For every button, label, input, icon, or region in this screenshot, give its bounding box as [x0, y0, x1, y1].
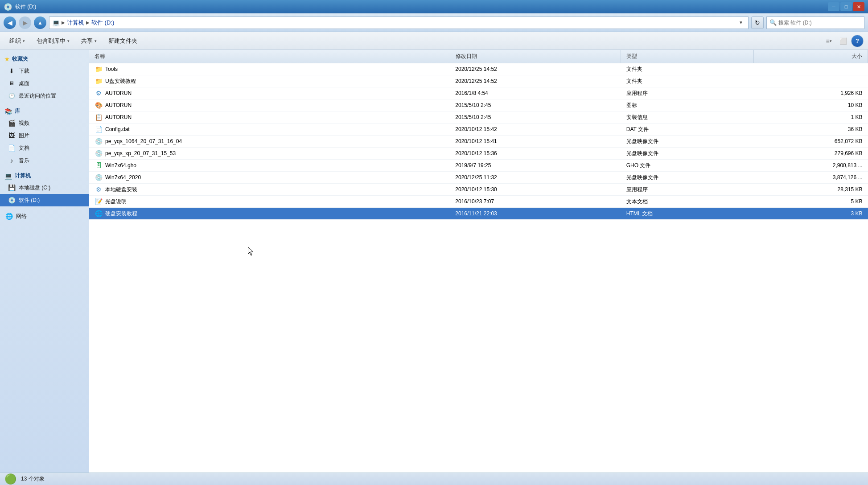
sidebar-item-pictures[interactable]: 🖼 图片 — [0, 129, 89, 142]
favorites-star-icon: ★ — [4, 56, 9, 62]
table-row[interactable]: 💿 Win7x64_2020 2020/12/25 11:32 光盘映像文件 3… — [89, 172, 868, 184]
table-row[interactable]: 📁 U盘安装教程 2020/12/25 14:52 文件夹 — [89, 75, 868, 87]
sidebar-item-local-c[interactable]: 💾 本地磁盘 (C:) — [0, 181, 89, 194]
file-name: 硬盘安装教程 — [105, 210, 137, 218]
table-row[interactable]: 💿 pe_yqs_1064_20_07_31_16_04 2020/10/12 … — [89, 136, 868, 148]
path-computer[interactable]: 计算机 — [67, 19, 84, 27]
new-folder-button[interactable]: 新建文件夹 — [103, 35, 142, 47]
include-library-button[interactable]: 包含到库中 ▾ — [32, 35, 74, 47]
sidebar-item-music[interactable]: ♪ 音乐 — [0, 154, 89, 167]
table-row[interactable]: 💿 pe_yqs_xp_20_07_31_15_53 2020/10/12 15… — [89, 148, 868, 160]
file-size-cell: 10 KB — [754, 99, 868, 111]
video-label: 视频 — [19, 119, 29, 127]
file-size-cell — [754, 75, 868, 87]
file-type-icon: ⚙ — [95, 89, 103, 97]
table-row[interactable]: 📋 AUTORUN 2015/5/10 2:45 安装信息 1 KB — [89, 111, 868, 123]
include-label: 包含到库中 — [37, 37, 66, 45]
sidebar-item-video[interactable]: 🎬 视频 — [0, 117, 89, 129]
col-date[interactable]: 修改日期 — [450, 50, 621, 63]
table-row[interactable]: 📝 光盘说明 2016/10/23 7:07 文本文档 5 KB — [89, 196, 868, 208]
maximize-button[interactable]: □ — [840, 2, 852, 11]
toolbar-right: ≡ ▾ ⬜ ? — [823, 35, 864, 47]
status-bar: 🟢 13 个对象 — [0, 473, 868, 485]
file-type-icon: 💿 — [95, 137, 103, 145]
file-date-cell: 2016/10/23 7:07 — [450, 196, 621, 208]
sidebar-item-desktop[interactable]: 🖥 桌面 — [0, 77, 89, 90]
software-d-icon: 💿 — [7, 196, 16, 205]
network-label: 网络 — [16, 213, 27, 220]
status-count: 13 个对象 — [21, 475, 45, 483]
sidebar-item-network[interactable]: 🌐 网络 — [0, 210, 89, 222]
file-type-icon: 🌐 — [95, 210, 103, 218]
share-button[interactable]: 共享 ▾ — [76, 35, 102, 47]
sidebar-item-docs[interactable]: 📄 文档 — [0, 142, 89, 154]
file-name-cell: 📋 AUTORUN — [89, 111, 450, 123]
file-type-icon: 🎨 — [95, 101, 103, 109]
header-row: 名称 修改日期 类型 大小 — [89, 50, 868, 63]
table-row[interactable]: 📄 Config.dat 2020/10/12 15:42 DAT 文件 36 … — [89, 123, 868, 136]
sidebar: ★ 收藏夹 ⬇ 下载 🖥 桌面 🕐 最近访问的位置 📚 库 � — [0, 50, 89, 473]
pictures-label: 图片 — [19, 132, 29, 140]
table-row[interactable]: 🎨 AUTORUN 2015/5/10 2:45 图标 10 KB — [89, 99, 868, 111]
library-label: 库 — [15, 107, 20, 115]
file-type-cell: 文本文档 — [621, 196, 754, 208]
file-type-cell: 光盘映像文件 — [621, 148, 754, 160]
file-type-cell: 应用程序 — [621, 184, 754, 196]
col-size[interactable]: 大小 — [754, 50, 868, 63]
docs-icon: 📄 — [7, 144, 16, 152]
file-name-cell: 📁 U盘安装教程 — [89, 75, 450, 87]
table-row[interactable]: 🗄 Win7x64.gho 2019/9/7 19:25 GHO 文件 2,90… — [89, 160, 868, 172]
file-table: 名称 修改日期 类型 大小 📁 Tools 2020/12/25 14:52 文… — [89, 50, 868, 220]
file-date-cell: 2020/10/12 15:42 — [450, 123, 621, 136]
file-type-icon: 📝 — [95, 197, 103, 206]
file-name-cell: 💿 Win7x64_2020 — [89, 172, 450, 184]
recent-label: 最近访问的位置 — [19, 92, 56, 100]
search-icon: 🔍 — [769, 19, 777, 26]
sidebar-item-recent[interactable]: 🕐 最近访问的位置 — [0, 90, 89, 102]
empty-area[interactable] — [89, 220, 868, 473]
sidebar-section-network: 🌐 网络 — [0, 210, 89, 222]
help-button[interactable]: ? — [851, 35, 864, 47]
status-app-icon: 🟢 — [4, 473, 16, 485]
path-drive[interactable]: 软件 (D:) — [91, 19, 114, 27]
view-options-button[interactable]: ≡ ▾ — [823, 35, 835, 47]
file-name-cell: 📝 光盘说明 — [89, 196, 450, 208]
file-name: Win7x64_2020 — [105, 174, 141, 181]
table-row[interactable]: 🌐 硬盘安装教程 2016/11/21 22:03 HTML 文档 3 KB — [89, 208, 868, 220]
table-row[interactable]: 📁 Tools 2020/12/25 14:52 文件夹 — [89, 63, 868, 75]
back-button[interactable]: ◀ — [4, 16, 16, 29]
search-input[interactable] — [778, 20, 861, 26]
refresh-button[interactable]: ↻ — [751, 16, 764, 29]
up-button[interactable]: ▲ — [34, 16, 46, 29]
file-name-cell: 💿 pe_yqs_1064_20_07_31_16_04 — [89, 136, 450, 148]
file-size-cell: 1,926 KB — [754, 87, 868, 99]
table-row[interactable]: ⚙ AUTORUN 2016/1/8 4:54 应用程序 1,926 KB — [89, 87, 868, 99]
file-date-cell: 2019/9/7 19:25 — [450, 160, 621, 172]
col-type[interactable]: 类型 — [621, 50, 754, 63]
file-date-cell: 2020/12/25 14:52 — [450, 75, 621, 87]
file-name: 光盘说明 — [105, 198, 127, 206]
file-type-cell: 图标 — [621, 99, 754, 111]
preview-pane-button[interactable]: ⬜ — [837, 35, 849, 47]
close-button[interactable]: ✕ — [853, 2, 864, 11]
view-icon: ≡ — [826, 37, 829, 45]
file-name: U盘安装教程 — [105, 78, 136, 85]
favorites-label: 收藏夹 — [12, 55, 28, 63]
col-name[interactable]: 名称 — [89, 50, 450, 63]
organize-button[interactable]: 组织 ▾ — [4, 35, 30, 47]
file-size-cell: 3 KB — [754, 208, 868, 220]
path-dropdown-button[interactable]: ▼ — [736, 18, 745, 28]
sidebar-item-software-d[interactable]: 💿 软件 (D:) — [0, 194, 89, 206]
docs-label: 文档 — [19, 144, 29, 152]
forward-button[interactable]: ▶ — [19, 16, 31, 29]
minimize-button[interactable]: ─ — [828, 2, 839, 11]
sidebar-item-downloads[interactable]: ⬇ 下载 — [0, 65, 89, 77]
local-c-label: 本地磁盘 (C:) — [19, 184, 50, 192]
table-row[interactable]: ⚙ 本地硬盘安装 2020/10/12 15:30 应用程序 28,315 KB — [89, 184, 868, 196]
file-name-cell: ⚙ AUTORUN — [89, 87, 450, 99]
computer-icon: 💻 — [4, 173, 12, 180]
file-type-cell: HTML 文档 — [621, 208, 754, 220]
file-name-cell: 🎨 AUTORUN — [89, 99, 450, 111]
file-type-cell: 安装信息 — [621, 111, 754, 123]
file-name-cell: 📁 Tools — [89, 63, 450, 75]
